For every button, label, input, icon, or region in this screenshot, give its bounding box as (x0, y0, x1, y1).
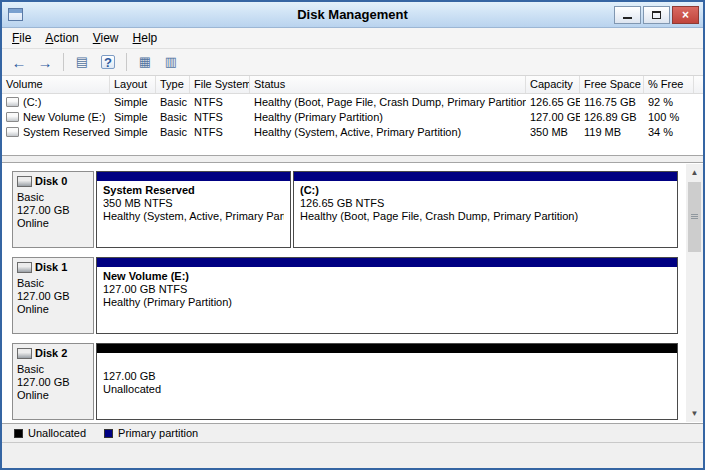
legend-unallocated: Unallocated (14, 427, 86, 439)
volume-layout: Simple (110, 126, 156, 138)
close-button[interactable]: × (672, 6, 699, 24)
disk-0-label[interactable]: Disk 0 Basic 127.00 GB Online (12, 171, 94, 248)
column-header-status[interactable]: Status (250, 76, 526, 93)
legend-label: Unallocated (28, 427, 86, 439)
disk-type: Basic (17, 191, 89, 204)
partition-size: 350 MB NTFS (103, 197, 284, 210)
scroll-down-button[interactable]: ▼ (686, 405, 703, 422)
column-header-capacity[interactable]: Capacity (526, 76, 580, 93)
disk-name-text: Disk 1 (35, 261, 67, 274)
close-icon: × (682, 9, 689, 21)
column-header-layout[interactable]: Layout (110, 76, 156, 93)
toolbar-back-button[interactable]: ← (7, 51, 31, 73)
window-title: Disk Management (297, 7, 408, 22)
partition-system-reserved[interactable]: System Reserved 350 MB NTFS Healthy (Sys… (96, 171, 291, 248)
column-header-type[interactable]: Type (156, 76, 190, 93)
window-controls: × (612, 6, 699, 24)
disk-status: Online (17, 389, 89, 402)
legend-primary-partition: Primary partition (104, 427, 198, 439)
partition-status: Healthy (Boot, Page File, Crash Dump, Pr… (300, 210, 671, 223)
volume-free-space: 119 MB (580, 126, 644, 138)
volume-free-space: 126.89 GB (580, 111, 644, 123)
disk-row-0: Disk 0 Basic 127.00 GB Online System Res… (12, 171, 678, 248)
volume-list: Volume Layout Type File System Status Ca… (2, 76, 703, 156)
disk-type: Basic (17, 363, 89, 376)
volume-row-system-reserved[interactable]: System Reserved Simple Basic NTFS Health… (2, 124, 703, 139)
partition-size: 126.65 GB NTFS (300, 197, 671, 210)
titlebar[interactable]: Disk Management × (2, 2, 703, 28)
toolbar-console-tree-button[interactable]: ▤ (70, 51, 94, 73)
disk-icon (17, 348, 32, 359)
volume-file-system: NTFS (190, 96, 250, 108)
volume-status: Healthy (Boot, Page File, Crash Dump, Pr… (250, 96, 526, 108)
volume-pct-free: 34 % (644, 126, 694, 138)
disk-size: 127.00 GB (17, 204, 89, 217)
disk-icon (17, 262, 32, 273)
volume-file-system: NTFS (190, 111, 250, 123)
graphical-view: Disk 0 Basic 127.00 GB Online System Res… (2, 162, 703, 424)
column-header-pct-free[interactable]: % Free (644, 76, 694, 93)
disk-status: Online (17, 217, 89, 230)
volume-name: System Reserved (23, 126, 110, 138)
console-tree-icon: ▤ (76, 55, 88, 69)
vertical-scrollbar[interactable]: ▲ ▼ (686, 164, 703, 422)
volume-icon (6, 127, 19, 137)
disk-name-text: Disk 0 (35, 175, 67, 188)
volume-status: Healthy (Primary Partition) (250, 111, 526, 123)
partition-status: Healthy (System, Active, Primary Partiti… (103, 210, 284, 223)
partition-new-volume-e[interactable]: New Volume (E:) 127.00 GB NTFS Healthy (… (96, 257, 678, 334)
volume-pct-free: 100 % (644, 111, 694, 123)
column-header-free-space[interactable]: Free Space (580, 76, 644, 93)
toolbar: ← → ▤ ? ▦ ▥ (2, 49, 703, 76)
volume-status: Healthy (System, Active, Primary Partiti… (250, 126, 526, 138)
column-header-file-system[interactable]: File System (190, 76, 250, 93)
back-arrow-icon: ← (12, 55, 27, 70)
volume-pct-free: 92 % (644, 96, 694, 108)
disk-2-label[interactable]: Disk 2 Basic 127.00 GB Online (12, 343, 94, 420)
volume-list-header: Volume Layout Type File System Status Ca… (2, 76, 703, 94)
menu-view[interactable]: View (86, 29, 126, 47)
toolbar-forward-button[interactable]: → (33, 51, 57, 73)
legend-bar: Unallocated Primary partition (2, 424, 703, 443)
maximize-icon (652, 11, 661, 19)
menu-action[interactable]: Action (38, 29, 85, 47)
menu-file[interactable]: File (5, 29, 38, 47)
volume-type: Basic (156, 96, 190, 108)
toolbar-help-button[interactable]: ? (96, 51, 120, 73)
action-pane-icon: ▦ (139, 55, 151, 69)
unallocated-space[interactable]: 127.00 GB Unallocated (96, 343, 678, 420)
partition-type-stripe (294, 172, 677, 181)
primary-partition-swatch (104, 429, 113, 438)
disk-icon (17, 176, 32, 187)
volume-capacity: 127.00 GB (526, 111, 580, 123)
volume-type: Basic (156, 126, 190, 138)
partition-title: New Volume (E:) (103, 270, 671, 283)
column-header-volume[interactable]: Volume (2, 76, 110, 93)
toolbar-action-pane-button[interactable]: ▦ (133, 51, 157, 73)
disk-size: 127.00 GB (17, 376, 89, 389)
menu-help[interactable]: Help (126, 29, 165, 47)
volume-row-c[interactable]: (C:) Simple Basic NTFS Healthy (Boot, Pa… (2, 94, 703, 109)
scroll-up-button[interactable]: ▲ (686, 164, 703, 181)
disk-1-label[interactable]: Disk 1 Basic 127.00 GB Online (12, 257, 94, 334)
menubar: File Action View Help (2, 28, 703, 49)
disk-row-1: Disk 1 Basic 127.00 GB Online New Volume… (12, 257, 678, 334)
partition-c[interactable]: (C:) 126.65 GB NTFS Healthy (Boot, Page … (293, 171, 678, 248)
disk-type: Basic (17, 277, 89, 290)
volume-name: (C:) (23, 96, 41, 108)
scrollbar-thumb[interactable] (688, 182, 701, 252)
disk-management-window: Disk Management × File Action View Help … (0, 0, 705, 470)
up-arrow-icon: ▲ (691, 168, 699, 177)
partition-title: (C:) (300, 184, 671, 197)
disk-properties-icon: ▥ (165, 55, 177, 69)
disk-row-2: Disk 2 Basic 127.00 GB Online 127.00 GB … (12, 343, 678, 420)
maximize-button[interactable] (643, 6, 670, 24)
volume-row-e[interactable]: New Volume (E:) Simple Basic NTFS Health… (2, 109, 703, 124)
partition-type-stripe (97, 258, 677, 267)
minimize-button[interactable] (614, 6, 641, 24)
volume-icon (6, 112, 19, 122)
minimize-icon (623, 17, 632, 19)
unallocated-swatch (14, 429, 23, 438)
toolbar-disk-properties-button[interactable]: ▥ (159, 51, 183, 73)
toolbar-separator (63, 53, 64, 71)
